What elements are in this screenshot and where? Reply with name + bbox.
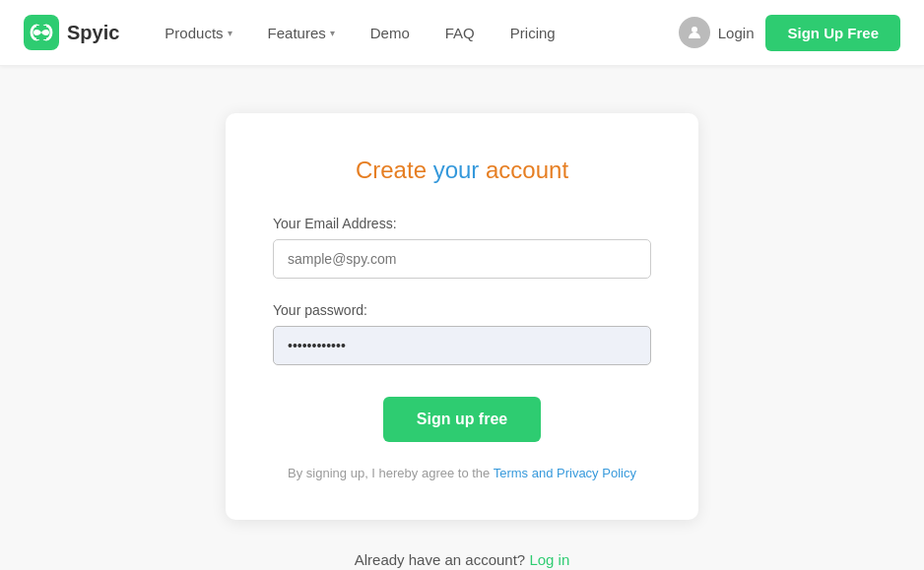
password-input[interactable] [273, 326, 651, 365]
nav-products[interactable]: Products ▾ [151, 17, 245, 49]
title-account: account [479, 157, 568, 183]
title-your: your [433, 157, 480, 183]
email-group: Your Email Address: [273, 216, 651, 279]
nav-actions: Login Sign Up Free [679, 15, 900, 51]
nav-links: Products ▾ Features ▾ Demo FAQ Pricing [151, 17, 678, 49]
password-group: Your password: [273, 302, 651, 365]
terms-text: By signing up, I hereby agree to the Ter… [273, 466, 651, 480]
signup-nav-button[interactable]: Sign Up Free [765, 15, 900, 51]
svg-point-4 [692, 27, 697, 32]
already-account-text: Already have an account? Log in [355, 551, 570, 568]
navbar: Spyic Products ▾ Features ▾ Demo FAQ Pri… [0, 0, 924, 66]
title-create: Create [356, 157, 433, 183]
logo-icon [24, 15, 59, 50]
nav-demo[interactable]: Demo [357, 17, 424, 49]
nav-features[interactable]: Features ▾ [254, 17, 349, 49]
nav-faq[interactable]: FAQ [431, 17, 489, 49]
signup-card: Create your account Your Email Address: … [226, 113, 698, 520]
signup-submit-button[interactable]: Sign up free [383, 397, 541, 442]
user-icon [679, 17, 710, 48]
features-chevron-icon: ▾ [330, 28, 335, 38]
products-chevron-icon: ▾ [228, 28, 232, 38]
logo-text: Spyic [67, 22, 119, 44]
login-button[interactable]: Login [679, 17, 755, 48]
logo[interactable]: Spyic [24, 15, 119, 50]
nav-pricing[interactable]: Pricing [496, 17, 569, 49]
card-title: Create your account [273, 157, 651, 184]
main-content: Create your account Your Email Address: … [0, 66, 924, 570]
login-link[interactable]: Log in [529, 551, 569, 568]
email-label: Your Email Address: [273, 216, 651, 231]
terms-link[interactable]: Terms and Privacy Policy [494, 466, 636, 480]
email-input[interactable] [273, 239, 651, 279]
password-label: Your password: [273, 302, 651, 318]
